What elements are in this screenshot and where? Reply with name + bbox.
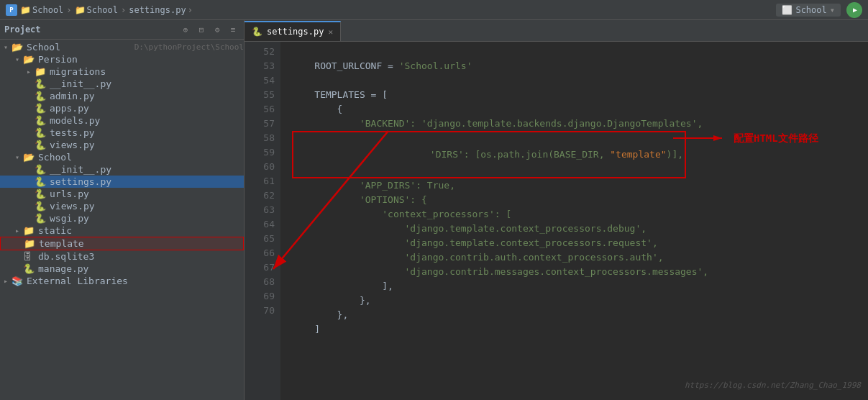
tree-label: School [38,152,244,163]
annotation-text: 配置HTML文件路径 [734,131,818,145]
tree-path: D:\pythonProject\School [134,42,244,52]
library-icon: 📚 [12,276,24,286]
tree-label: template [39,238,243,249]
line-num-61: 61 [245,174,275,188]
code-line-63: 'django.template.context_processors.requ… [292,236,868,250]
code-line-62: 'django.template.context_processors.debu… [292,222,868,236]
tree-migrations[interactable]: ▸ 📁 migrations [0,65,244,78]
code-token: ] [292,322,320,337]
line-num-69: 69 [245,289,275,304]
folder-icon: 📂 [23,152,36,163]
dropdown-icon: ▾ [830,5,835,15]
collapse-icon[interactable]: ⊟ [195,23,208,36]
code-token: }, [292,308,348,322]
sync-icon[interactable]: ⊕ [179,23,192,36]
tree-label: Persion [38,54,244,65]
code-token: 'APP_DIRS': True, [292,178,455,193]
code-line-58: 'DIRS': [os.path.join(BASE_DIR, "templat… [292,131,868,178]
more-icon[interactable]: ≡ [227,23,239,36]
main-layout: Project ⊕ ⊟ ⚙ ≡ ▾ 📂 School D:\pythonProj… [0,20,868,400]
code-line-61: 'context_processors': [ [292,207,868,222]
tree-urls[interactable]: 🐍 urls.py [0,188,244,200]
code-line-65: 'django.contrib.messages.context_process… [292,265,868,279]
folder-icon: 📂 [12,42,24,53]
code-token: { [292,102,342,117]
breadcrumb: 📁 School › 📁 School › settings.py › [20,5,193,15]
code-token: 'django.template.context_processors.requ… [292,236,658,250]
code-token: TEMPLATES = [ [292,88,388,102]
py-icon: 🐍 [35,201,47,212]
tab-close-icon[interactable]: ✕ [328,27,333,37]
breadcrumb-item-file: settings.py › [129,5,193,15]
py-icon: 🐍 [35,164,47,175]
tree-static[interactable]: ▸ 📁 static [0,224,244,237]
tree-admin[interactable]: 🐍 admin.py [0,90,244,102]
tree-views-school[interactable]: 🐍 views.py [0,200,244,212]
line-num-52: 52 [245,45,275,59]
watermark: https://blog.csdn.net/Zhang_Chao_1998 [685,378,861,393]
tree-label: School [27,42,130,53]
folder-icon: 📁 [24,238,37,249]
line-num-64: 64 [245,217,275,232]
code-content: ROOT_URLCONF = 'School.urls' TEMPLATES =… [280,42,868,400]
tree-apps[interactable]: 🐍 apps.py [0,102,244,114]
py-icon: 🐍 [35,103,47,114]
folder-icon: 📁 [23,225,36,236]
line-num-68: 68 [245,275,275,289]
code-token: )], [667,149,683,160]
tree-persion[interactable]: ▾ 📂 Persion [0,53,244,65]
tree-init-school[interactable]: 🐍 __init__.py [0,163,244,176]
code-area: 52 53 54 55 56 57 58 59 60 61 62 63 64 6… [245,42,868,400]
py-icon: 🐍 [35,188,47,199]
tree-views-persion[interactable]: 🐍 views.py [0,139,244,151]
title-bar-right: ⬜ School ▾ [776,2,862,18]
code-line-60: 'OPTIONS': { [292,193,868,207]
run-button[interactable] [846,2,862,18]
tab-settings[interactable]: 🐍 settings.py ✕ [245,21,341,41]
folder-icon-2: 📁 [75,5,86,15]
code-line-70 [292,337,868,351]
title-bar: P 📁 School › 📁 School › settings.py › ⬜ … [0,0,868,20]
run-config-icon: ⬜ [782,5,792,15]
breadcrumb-item-school2: 📁 School [75,5,118,15]
code-token: ROOT_URLCONF = [292,59,399,73]
tree-school-folder[interactable]: ▾ 📂 School [0,151,244,163]
settings-icon[interactable]: ⚙ [211,23,224,36]
line-num-70: 70 [245,304,275,318]
run-config-label: School [795,5,826,15]
run-config[interactable]: ⬜ School ▾ [776,4,841,17]
breadcrumb-sep-2: › [121,5,126,15]
sidebar-title: Project [4,24,176,35]
tree-models[interactable]: 🐍 models.py [0,114,244,127]
title-bar-left: P 📁 School › 📁 School › settings.py › [6,4,776,16]
tree-manage[interactable]: 🐍 manage.py [0,263,244,275]
tab-py-icon: 🐍 [252,27,262,37]
tree-settings-selected[interactable]: 🐍 settings.py [0,176,244,188]
editor-tabs: 🐍 settings.py ✕ [245,20,868,42]
tree-label: External Libraries [27,276,244,286]
tree-db[interactable]: 🗄 db.sqlite3 [0,250,244,263]
code-token: 'OPTIONS': { [292,193,427,207]
tree-label: views.py [50,201,244,212]
tree-label: __init__.py [50,164,244,175]
tree-template[interactable]: 📁 template [0,237,244,250]
tree-init-persion[interactable]: 🐍 __init__.py [0,78,244,90]
tree-wsgi[interactable]: 🐍 wsgi.py [0,212,244,224]
tree-root-school[interactable]: ▾ 📂 School D:\pythonProject\School [0,41,244,53]
code-line-54 [292,73,868,88]
tree-arrow: ▾ [0,43,12,51]
code-line-69: ] [292,322,868,337]
tree-arrow: ▾ [12,55,23,63]
line-num-53: 53 [245,59,275,73]
red-arrow-svg [673,131,731,145]
tree-label: views.py [50,140,244,150]
tree-label: tests.py [50,127,244,138]
tree-tests[interactable]: 🐍 tests.py [0,127,244,139]
tree-arrow: ▸ [12,227,23,235]
py-icon: 🐍 [35,115,47,126]
line-num-63: 63 [245,203,275,217]
breadcrumb-label-2: School [87,5,118,15]
code-token: 'context_processors': [ [292,207,511,222]
code-line-53: ROOT_URLCONF = 'School.urls' [292,59,868,73]
tree-external[interactable]: ▸ 📚 External Libraries [0,275,244,287]
